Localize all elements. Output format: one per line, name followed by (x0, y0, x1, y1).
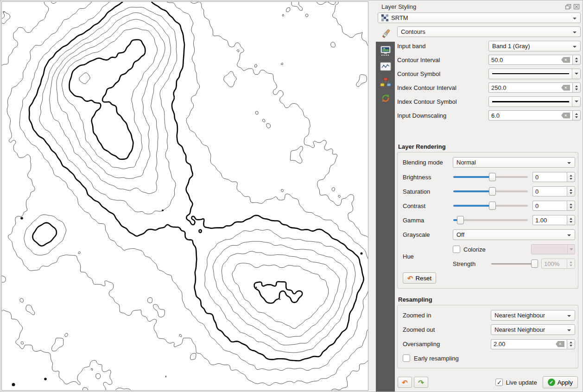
layer-styling-panel: Layer Styling (376, 0, 583, 392)
raster-layer-icon (381, 14, 388, 21)
renderer-value: Contours (401, 28, 425, 35)
spin-buttons[interactable] (572, 82, 581, 93)
zoomed-out-value: Nearest Neighbour (494, 326, 545, 333)
thin-line-preview (492, 73, 569, 74)
oversampling-spinbox[interactable]: 2.00 ✕ (491, 339, 575, 349)
zoomed-out-combo[interactable]: Nearest Neighbour (491, 324, 575, 335)
spin-buttons[interactable] (567, 172, 575, 182)
contrast-spinbox[interactable]: 0 (532, 201, 575, 211)
blending-mode-label: Blending mode (403, 159, 453, 166)
styling-tabs (376, 26, 395, 392)
layer-selector-value: SRTM (391, 14, 408, 21)
spin-buttons[interactable] (572, 55, 581, 65)
dropdown-arrow-icon (567, 234, 571, 236)
redo-style-button[interactable]: ↷ (414, 377, 428, 388)
layer-selector-combo[interactable]: SRTM (378, 13, 581, 23)
tab-attribute-table[interactable] (376, 75, 395, 90)
brightness-label: Brightness (403, 174, 453, 181)
close-icon (573, 4, 580, 10)
input-band-combo[interactable]: Band 1 (Gray) (488, 41, 581, 51)
contrast-value: 0 (535, 202, 564, 209)
monitor-map-icon (380, 45, 391, 57)
apply-button[interactable]: ✓ Apply (543, 376, 578, 388)
brightness-slider[interactable] (453, 172, 528, 182)
close-panel-button[interactable] (573, 4, 580, 10)
zoomed-in-combo[interactable]: Nearest Neighbour (491, 310, 575, 321)
tab-transparency[interactable] (376, 43, 395, 59)
strength-slider (491, 259, 538, 269)
renderer-combo[interactable]: Contours (397, 26, 581, 37)
grayscale-label: Grayscale (403, 231, 453, 238)
hue-label: Hue (403, 244, 453, 269)
colorize-label: Colorize (463, 246, 486, 253)
spin-down-icon (575, 116, 578, 118)
clear-value-icon[interactable]: ✕ (561, 57, 570, 63)
color-swatch (533, 246, 566, 253)
symbol-dropdown-button[interactable] (572, 69, 580, 79)
reset-label: Reset (415, 275, 431, 282)
spin-down-icon (575, 89, 578, 90)
strength-value: 100% (544, 260, 564, 267)
gamma-spinbox[interactable]: 1.00 (532, 215, 575, 225)
dropdown-arrow-icon (567, 315, 571, 317)
dropdown-arrow-icon (567, 162, 571, 164)
dropdown-arrow-icon (567, 329, 571, 331)
contrast-slider[interactable] (453, 201, 528, 211)
redo-icon: ↷ (418, 379, 424, 386)
reset-button[interactable]: ↶ Reset (403, 272, 436, 284)
clear-value-icon[interactable]: ✕ (561, 85, 570, 91)
spin-buttons[interactable] (567, 339, 575, 349)
gamma-slider[interactable] (453, 215, 528, 225)
grayscale-combo[interactable]: Off (453, 229, 575, 240)
slider-thumb[interactable] (489, 187, 496, 196)
contrast-label: Contrast (403, 202, 453, 209)
slider-thumb (531, 259, 538, 268)
clear-value-icon[interactable]: ✕ (556, 341, 564, 347)
tab-history[interactable] (376, 90, 395, 106)
live-update-checkbox[interactable]: ✓ (495, 379, 503, 386)
undo-style-button[interactable]: ↶ (398, 377, 412, 388)
slider-thumb[interactable] (489, 173, 496, 181)
dropdown-arrow-icon (570, 248, 573, 250)
input-band-label: Input band (397, 43, 488, 50)
layer-rendering-group: Blending mode Normal Brightness 0 (397, 152, 578, 289)
zoomed-out-label: Zoomed out (403, 326, 491, 333)
input-band-value: Band 1 (Gray) (492, 43, 530, 50)
oversampling-value: 2.00 (494, 341, 556, 348)
early-resampling-checkbox[interactable]: ✓ (403, 354, 410, 362)
clear-value-icon[interactable]: ✕ (561, 113, 570, 119)
spin-up-icon (575, 57, 578, 59)
dropdown-arrow-icon (573, 46, 577, 48)
colorize-checkbox[interactable]: ✓ (453, 246, 460, 253)
tab-histogram[interactable] (376, 59, 395, 75)
spin-buttons[interactable] (572, 110, 581, 120)
spin-buttons[interactable] (567, 201, 575, 211)
input-downscaling-spinbox[interactable]: 6.0 ✕ (488, 110, 581, 120)
contour-interval-label: Contour Interval (397, 57, 488, 63)
history-arrows-icon (380, 93, 391, 104)
colorize-color-button[interactable] (531, 244, 575, 254)
thick-line-preview (492, 101, 569, 102)
live-update-label: Live update (506, 379, 537, 386)
spin-buttons[interactable] (567, 186, 575, 196)
contour-symbol-button[interactable] (488, 69, 581, 79)
gamma-value: 1.00 (535, 217, 564, 224)
brightness-spinbox[interactable]: 0 (532, 172, 575, 182)
blending-mode-combo[interactable]: Normal (453, 157, 575, 168)
spin-buttons[interactable] (567, 215, 575, 225)
saturation-spinbox[interactable]: 0 (532, 186, 575, 196)
color-dropdown-button[interactable] (567, 245, 575, 254)
float-panel-button[interactable] (565, 4, 571, 10)
slider-thumb[interactable] (457, 216, 464, 224)
index-contour-symbol-button[interactable] (488, 96, 581, 107)
symbol-dropdown-button[interactable] (572, 97, 580, 107)
contour-interval-spinbox[interactable]: 50.0 ✕ (488, 55, 581, 65)
saturation-value: 0 (535, 188, 564, 195)
map-canvas[interactable] (1, 1, 368, 391)
tab-symbology[interactable] (376, 26, 395, 42)
index-contour-interval-spinbox[interactable]: 250.0 ✕ (488, 82, 581, 93)
input-downscaling-value: 6.0 (491, 112, 561, 119)
slider-thumb[interactable] (489, 202, 496, 210)
saturation-slider[interactable] (453, 186, 528, 196)
undo-icon: ↶ (402, 379, 408, 386)
